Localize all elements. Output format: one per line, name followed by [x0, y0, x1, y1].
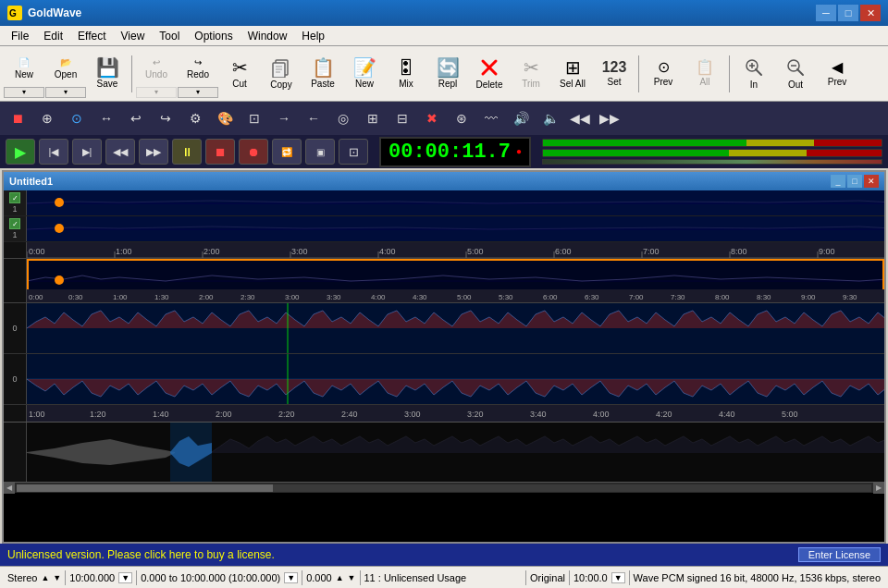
tb2-fx11[interactable]: 〰	[477, 105, 505, 131]
vu-right	[542, 149, 882, 157]
redo-dropdown-arrow[interactable]: ▾	[178, 87, 218, 98]
duration2-dropdown[interactable]: ▼	[611, 572, 625, 583]
prev2-icon: ◀	[832, 60, 843, 75]
tb2-move5[interactable]: ↪	[152, 105, 179, 131]
play-button[interactable]: ▶	[6, 139, 35, 165]
rewind-to-start-button[interactable]: |◀	[39, 139, 68, 165]
redo-button[interactable]: ↪ Redo	[178, 50, 218, 87]
close-button[interactable]: ✕	[860, 5, 881, 21]
open-dropdown-arrow[interactable]: ▾	[45, 87, 86, 98]
navigator-track[interactable]: 0:00 0:30 1:00 1:30 2:00 2:30 3:00 3:30 …	[27, 259, 884, 302]
menu-effect[interactable]: Effect	[70, 28, 113, 44]
monitor-button[interactable]: ⊡	[339, 139, 368, 165]
go-to-end-button[interactable]: ▶|	[72, 139, 102, 165]
scroll-thumb[interactable]	[17, 484, 273, 492]
new-dropdown-arrow[interactable]: ▾	[4, 87, 44, 98]
stop-button[interactable]: ⏹	[205, 139, 235, 165]
new-button[interactable]: 📄 New	[4, 50, 44, 87]
paste-button[interactable]: 📋 Paste	[302, 49, 343, 99]
prev2-button[interactable]: ◀ Prev	[817, 49, 857, 99]
menu-edit[interactable]: Edit	[36, 28, 70, 44]
out-button[interactable]: Out	[775, 49, 816, 99]
scroll-track[interactable]	[17, 484, 871, 492]
prev-button[interactable]: ⊙ Prev	[643, 49, 684, 99]
tb2-move2[interactable]: ⊙	[63, 105, 91, 131]
range-dropdown[interactable]: ▼	[284, 572, 298, 583]
copy-button[interactable]: Copy	[261, 49, 302, 99]
tb2-move1[interactable]: ⊕	[33, 105, 61, 131]
large-wave-ch1[interactable]: 0 // Generated inline - will use polylin…	[4, 303, 884, 354]
menu-help[interactable]: Help	[294, 28, 332, 44]
audio-window-minimize[interactable]: _	[831, 175, 845, 188]
selall-button[interactable]: ⊞ Sel All	[552, 49, 593, 99]
tb2-fx2[interactable]: 🎨	[211, 105, 239, 131]
tb2-fx14[interactable]: ◀◀	[566, 105, 594, 131]
menu-window[interactable]: Window	[240, 28, 295, 44]
track2-checkbox[interactable]: ✓	[9, 218, 20, 229]
scroll-left[interactable]: ◀	[4, 483, 15, 494]
undo-dropdown-arrow[interactable]: ▾	[136, 87, 177, 98]
value-down-arrow[interactable]: ▼	[348, 573, 356, 582]
svg-text:0:30: 0:30	[68, 293, 83, 301]
all-button[interactable]: 📋 All	[684, 49, 725, 99]
tb2-move3[interactable]: ↔	[92, 105, 120, 131]
minimize-button[interactable]: ─	[816, 5, 836, 21]
next-track-button[interactable]: ▶▶	[139, 139, 168, 165]
svg-text:7:00: 7:00	[629, 293, 644, 301]
tb2-fx7[interactable]: ⊞	[359, 105, 387, 131]
prev-track-button[interactable]: ◀◀	[105, 139, 135, 165]
track1-checkbox[interactable]: ✓	[9, 192, 20, 203]
set-button[interactable]: 123 Set	[594, 49, 635, 99]
audio-window-close[interactable]: ✕	[864, 175, 879, 188]
audio-window-maximize[interactable]: □	[847, 175, 862, 188]
menu-file[interactable]: File	[4, 28, 36, 44]
tb2-fx3[interactable]: ⊡	[240, 105, 268, 131]
tb2-stop-btn[interactable]: ⏹	[4, 105, 31, 131]
track2-wave[interactable]	[27, 216, 884, 241]
track1-wave[interactable]	[27, 190, 884, 215]
tb2-fx4[interactable]: →	[270, 105, 298, 131]
svg-text:9:30: 9:30	[843, 293, 857, 301]
record-button[interactable]: ⏺	[239, 139, 268, 165]
tb2-move4[interactable]: ↩	[122, 105, 150, 131]
repl-button[interactable]: 🔄 Repl	[427, 49, 468, 99]
menu-options[interactable]: Options	[187, 28, 240, 44]
loop-button[interactable]: 🔁	[272, 139, 302, 165]
undo-button[interactable]: ↩ Undo	[136, 50, 177, 87]
tb2-fx15[interactable]: ▶▶	[596, 105, 623, 131]
new2-button[interactable]: 📝 New	[344, 49, 385, 99]
scroll-right[interactable]: ▶	[873, 483, 884, 494]
mix-button[interactable]: 🎛 Mix	[386, 49, 426, 99]
tb2-fx1[interactable]: ⚙	[181, 105, 209, 131]
tb2-fx6[interactable]: ◎	[329, 105, 357, 131]
value-up-arrow[interactable]: ▲	[336, 573, 344, 582]
delete-button[interactable]: Delete	[469, 49, 510, 99]
menu-tool[interactable]: Tool	[152, 28, 187, 44]
svg-text:4:00: 4:00	[593, 410, 610, 419]
stereo-up-arrow[interactable]: ▲	[41, 573, 49, 582]
tb2-fx12[interactable]: 🔊	[507, 105, 535, 131]
h-scrollbar[interactable]: ◀ ▶	[4, 482, 884, 493]
pause-button[interactable]: ⏸	[172, 139, 202, 165]
large-wave-ch2[interactable]: 0	[4, 354, 884, 405]
open-button[interactable]: 📂 Open	[45, 50, 86, 87]
trim-button[interactable]: ✂ Trim	[511, 49, 551, 99]
enter-license-button[interactable]: Enter License	[798, 547, 881, 562]
tb2-fx5[interactable]: ←	[300, 105, 327, 131]
tb2-fx10[interactable]: ⊛	[448, 105, 475, 131]
tb2-fx13[interactable]: 🔈	[536, 105, 564, 131]
cut-label: Cut	[232, 79, 247, 89]
cut-button[interactable]: ✂ Cut	[219, 49, 260, 99]
stereo-down-arrow[interactable]: ▼	[53, 573, 61, 582]
duration-dropdown[interactable]: ▼	[118, 572, 132, 583]
tb2-fx8[interactable]: ⊟	[388, 105, 416, 131]
license-message[interactable]: Unlicensed version. Please click here to…	[7, 548, 275, 561]
second-wave-track[interactable]	[27, 423, 884, 482]
cue-button[interactable]: ▣	[305, 139, 335, 165]
save-button[interactable]: 💾 Save	[87, 49, 128, 99]
in-button[interactable]: In	[734, 49, 774, 99]
svg-text:1:00: 1:00	[113, 293, 128, 301]
tb2-fx9[interactable]: ✖	[418, 105, 446, 131]
maximize-button[interactable]: □	[838, 5, 858, 21]
menu-view[interactable]: View	[114, 28, 153, 44]
